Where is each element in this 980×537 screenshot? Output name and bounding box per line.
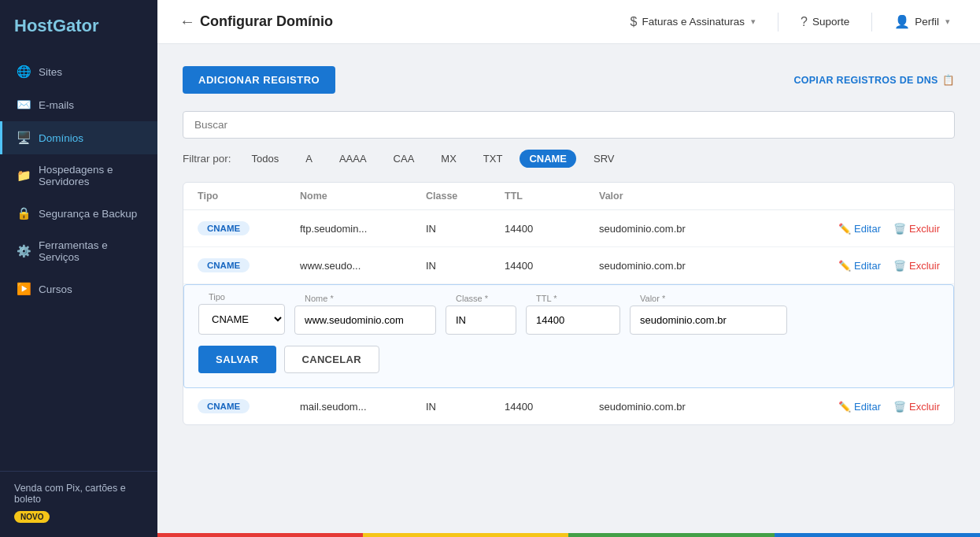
hosting-icon: 📁	[17, 169, 31, 183]
sidebar-nav: 🌐 Sites ✉️ E-mails 🖥️ Domínios 📁 Hospeda…	[0, 55, 157, 471]
row2-actions: ✏️ Editar 🗑️ Excluir	[798, 260, 940, 272]
ttl-input[interactable]	[526, 306, 620, 335]
ttl-label: TTL *	[534, 294, 560, 303]
row1-ttl: 14400	[505, 223, 599, 235]
suporte-label: Suporte	[812, 16, 849, 28]
divider2	[871, 13, 872, 31]
filter-cname[interactable]: CNAME	[520, 150, 576, 168]
sidebar-item-hospedagens[interactable]: 📁 Hospedagens e Servidores	[0, 154, 157, 197]
tipo-label: Tipo	[206, 292, 227, 302]
col-name: Nome	[300, 191, 426, 202]
filter-a[interactable]: A	[296, 150, 322, 168]
perfil-label: Perfil	[915, 16, 939, 28]
col-ttl: TTL	[505, 191, 599, 202]
save-button[interactable]: SALVAR	[198, 346, 276, 373]
tipo-select[interactable]: CNAME	[198, 304, 285, 335]
classe-label: Classe *	[453, 294, 490, 303]
domains-icon: 🖥️	[17, 131, 31, 145]
filter-mx[interactable]: MX	[431, 150, 466, 168]
trash-icon: 🗑️	[893, 223, 906, 235]
trash-icon2: 🗑️	[893, 260, 906, 272]
sidebar-item-label: Ferramentas e Serviços	[39, 239, 143, 263]
sidebar-item-seguranca[interactable]: 🔒 Segurança e Backup	[0, 197, 157, 230]
sidebar-item-sites[interactable]: 🌐 Sites	[0, 55, 157, 88]
filter-srv[interactable]: SRV	[584, 150, 624, 168]
main: ← Configurar Domínio $ Faturas e Assinat…	[157, 0, 980, 537]
filter-caa[interactable]: CAA	[384, 150, 424, 168]
perfil-action[interactable]: 👤 Perfil ▾	[886, 11, 958, 32]
dns-table: Tipo Nome Classe TTL Valor CNAME ftp.seu…	[183, 182, 955, 425]
classe-field: Classe *	[446, 301, 516, 335]
divider	[778, 13, 778, 31]
sidebar-item-ferramentas[interactable]: ⚙️ Ferramentas e Serviços	[0, 230, 157, 272]
edit-icon3: ✏️	[838, 401, 851, 413]
user-icon: 👤	[894, 14, 910, 29]
edit-form-row: Tipo CNAME Nome * Classe * TTL *	[183, 284, 954, 388]
copy-dns-link[interactable]: COPIAR REGISTROS DE DNS 📋	[793, 74, 955, 86]
table-row: CNAME mail.seudom... IN 14400 seudominio…	[183, 388, 954, 424]
classe-input[interactable]	[446, 306, 516, 335]
edit-icon2: ✏️	[838, 260, 851, 272]
filter-aaaa[interactable]: AAAA	[330, 150, 376, 168]
row2-ttl: 14400	[505, 260, 599, 272]
valor-field: Valor *	[630, 301, 787, 335]
row2-type: CNAME	[198, 258, 300, 272]
filter-row: Filtrar por: Todos A AAAA CAA MX TXT CNA…	[183, 150, 955, 168]
valor-input[interactable]	[630, 306, 787, 335]
add-record-button[interactable]: ADICIONAR REGISTRO	[183, 66, 335, 94]
help-icon: ?	[801, 15, 808, 29]
sidebar-item-emails[interactable]: ✉️ E-mails	[0, 88, 157, 121]
filter-txt[interactable]: TXT	[474, 150, 512, 168]
chevron-down-icon: ▾	[751, 17, 756, 27]
filter-todos[interactable]: Todos	[242, 150, 289, 168]
faturas-action[interactable]: $ Faturas e Assinaturas ▾	[623, 12, 764, 32]
billing-icon: $	[631, 15, 638, 29]
nome-input[interactable]	[294, 306, 436, 335]
bottom-bar	[157, 533, 980, 537]
row1-edit-button[interactable]: ✏️ Editar	[838, 223, 881, 235]
col-type: Tipo	[198, 191, 300, 202]
row1-value: seudominio.com.br	[599, 223, 798, 235]
sidebar-pix-label[interactable]: Venda com Pix, cartões e boleto	[14, 483, 143, 505]
email-icon: ✉️	[17, 98, 31, 112]
content-area: ADICIONAR REGISTRO COPIAR REGISTROS DE D…	[157, 44, 980, 533]
back-arrow-icon: ←	[179, 13, 195, 31]
sidebar-item-cursos[interactable]: ▶️ Cursos	[0, 272, 157, 306]
novo-badge: NOVO	[14, 511, 50, 523]
row3-edit-button[interactable]: ✏️ Editar	[838, 401, 881, 413]
row3-type: CNAME	[198, 399, 300, 413]
row2-edit-button[interactable]: ✏️ Editar	[838, 260, 881, 272]
row2-class: IN	[426, 260, 505, 272]
suporte-action[interactable]: ? Suporte	[793, 12, 857, 32]
sidebar-item-label: Segurança e Backup	[39, 208, 137, 220]
sidebar-item-dominios[interactable]: 🖥️ Domínios	[0, 121, 157, 154]
trash-icon3: 🗑️	[893, 401, 906, 413]
tools-icon: ⚙️	[17, 244, 31, 258]
sidebar-item-label: E-mails	[39, 99, 74, 111]
sidebar-item-label: Domínios	[39, 132, 83, 144]
row2-value: seudominio.com.br	[599, 260, 798, 272]
page-title: Configurar Domínio	[200, 13, 333, 30]
copy-dns-label: COPIAR REGISTROS DE DNS	[793, 75, 937, 86]
table-row: CNAME www.seudo... IN 14400 seudominio.c…	[183, 247, 954, 284]
row3-delete-button[interactable]: 🗑️ Excluir	[893, 401, 940, 413]
valor-label: Valor *	[638, 294, 668, 303]
sidebar: HostGator 🌐 Sites ✉️ E-mails 🖥️ Domínios…	[0, 0, 157, 537]
row1-class: IN	[426, 223, 505, 235]
back-button[interactable]: ← Configurar Domínio	[179, 13, 333, 31]
table-header: Tipo Nome Classe TTL Valor	[183, 183, 954, 210]
cancel-button[interactable]: CANCELAR	[284, 346, 379, 373]
edit-actions: SALVAR CANCELAR	[198, 346, 939, 373]
search-input[interactable]	[183, 111, 955, 139]
tipo-field: Tipo CNAME	[198, 299, 285, 335]
courses-icon: ▶️	[17, 282, 31, 296]
row1-delete-button[interactable]: 🗑️ Excluir	[893, 223, 940, 235]
sidebar-item-label: Sites	[39, 66, 62, 78]
row3-actions: ✏️ Editar 🗑️ Excluir	[798, 401, 940, 413]
row2-delete-button[interactable]: 🗑️ Excluir	[893, 260, 940, 272]
edit-icon: ✏️	[838, 223, 851, 235]
globe-icon: 🌐	[17, 65, 31, 79]
table-row: CNAME ftp.seudomin... IN 14400 seudomini…	[183, 210, 954, 247]
sidebar-bottom: Venda com Pix, cartões e boleto NOVO	[0, 471, 157, 537]
toolbar-row: ADICIONAR REGISTRO COPIAR REGISTROS DE D…	[183, 66, 955, 94]
